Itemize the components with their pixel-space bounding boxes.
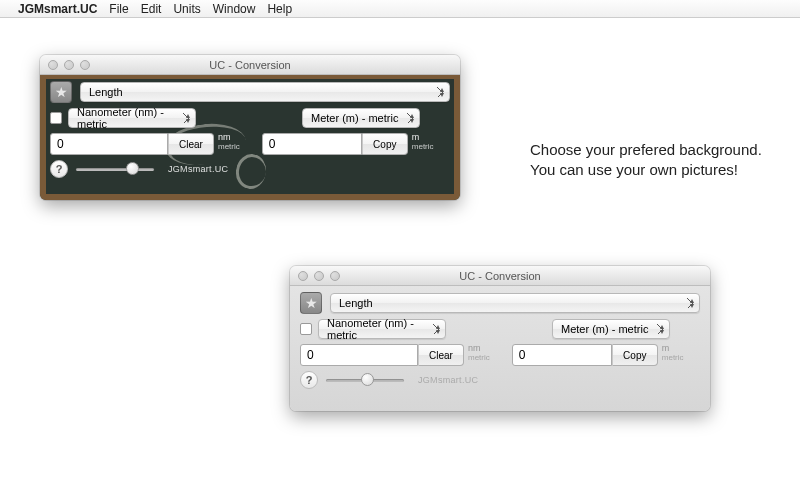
to-unit-select[interactable]: Meter (m) - metric ▴▾: [302, 108, 420, 128]
from-unit-select[interactable]: Nanometer (nm) - metric ▴▾: [318, 319, 446, 339]
copy-button[interactable]: Copy: [362, 133, 408, 155]
promo-text: Choose your prefered background. You can…: [530, 140, 762, 181]
titlebar[interactable]: UC - Conversion: [290, 266, 710, 286]
slider-track: [76, 168, 154, 171]
from-value-input[interactable]: 0: [300, 344, 418, 366]
opacity-slider[interactable]: [326, 373, 404, 387]
window-title: UC - Conversion: [40, 59, 460, 71]
to-unit-value: Meter (m) - metric: [311, 112, 398, 124]
minimize-button[interactable]: [64, 60, 74, 70]
opacity-slider[interactable]: [76, 162, 154, 176]
category-value: Length: [339, 297, 373, 309]
category-select[interactable]: Length ▴▾: [80, 82, 450, 102]
brand-label: JGMsmart.UC: [168, 164, 228, 174]
category-value: Length: [89, 86, 123, 98]
to-value-text: 0: [269, 137, 276, 151]
slider-knob[interactable]: [126, 162, 139, 175]
to-unit-badge: m metric: [662, 344, 684, 362]
traffic-lights: [298, 271, 340, 281]
close-button[interactable]: [48, 60, 58, 70]
from-unit-badge: nm metric: [218, 133, 240, 151]
lock-checkbox[interactable]: [300, 323, 312, 335]
zoom-button[interactable]: [80, 60, 90, 70]
lock-checkbox[interactable]: [50, 112, 62, 124]
menu-file[interactable]: File: [109, 2, 128, 16]
to-value-text: 0: [519, 348, 526, 362]
menu-edit[interactable]: Edit: [141, 2, 162, 16]
menu-window[interactable]: Window: [213, 2, 256, 16]
to-unit-select[interactable]: Meter (m) - metric ▴▾: [552, 319, 670, 339]
help-button[interactable]: ?: [300, 371, 318, 389]
copy-button[interactable]: Copy: [612, 344, 658, 366]
traffic-lights: [48, 60, 90, 70]
slider-knob[interactable]: [361, 373, 374, 386]
help-button[interactable]: ?: [50, 160, 68, 178]
promo-line-1: Choose your prefered background.: [530, 140, 762, 160]
from-unit-badge: nm metric: [468, 344, 490, 362]
star-icon: ★: [55, 84, 68, 100]
zoom-button[interactable]: [330, 271, 340, 281]
menubar: JGMsmart.UC File Edit Units Window Help: [0, 0, 800, 18]
to-unit-badge: m metric: [412, 133, 434, 151]
menu-help[interactable]: Help: [267, 2, 292, 16]
clear-button[interactable]: Clear: [418, 344, 464, 366]
window-title: UC - Conversion: [290, 270, 710, 282]
menu-units[interactable]: Units: [173, 2, 200, 16]
from-value-text: 0: [57, 137, 64, 151]
conversion-window-chalkboard: UC - Conversion ★ Length ▴▾ Nanometer (n…: [40, 55, 460, 200]
clear-button[interactable]: Clear: [168, 133, 214, 155]
star-icon: ★: [305, 295, 318, 311]
minimize-button[interactable]: [314, 271, 324, 281]
to-unit-value: Meter (m) - metric: [561, 323, 648, 335]
titlebar[interactable]: UC - Conversion: [40, 55, 460, 75]
app-menu[interactable]: JGMsmart.UC: [18, 2, 97, 16]
conversion-window-plain: UC - Conversion ★ Length ▴▾ Nanometer (n…: [290, 266, 710, 411]
to-value-output[interactable]: 0: [262, 133, 362, 155]
favorite-button[interactable]: ★: [300, 292, 322, 314]
from-unit-value: Nanometer (nm) - metric: [327, 317, 427, 341]
close-button[interactable]: [298, 271, 308, 281]
brand-label: JGMsmart.UC: [418, 375, 478, 385]
to-value-output[interactable]: 0: [512, 344, 612, 366]
from-value-text: 0: [307, 348, 314, 362]
favorite-button[interactable]: ★: [50, 81, 72, 103]
from-unit-value: Nanometer (nm) - metric: [77, 106, 177, 130]
category-select[interactable]: Length ▴▾: [330, 293, 700, 313]
promo-line-2: You can use your own pictures!: [530, 160, 762, 180]
from-value-input[interactable]: 0: [50, 133, 168, 155]
from-unit-select[interactable]: Nanometer (nm) - metric ▴▾: [68, 108, 196, 128]
